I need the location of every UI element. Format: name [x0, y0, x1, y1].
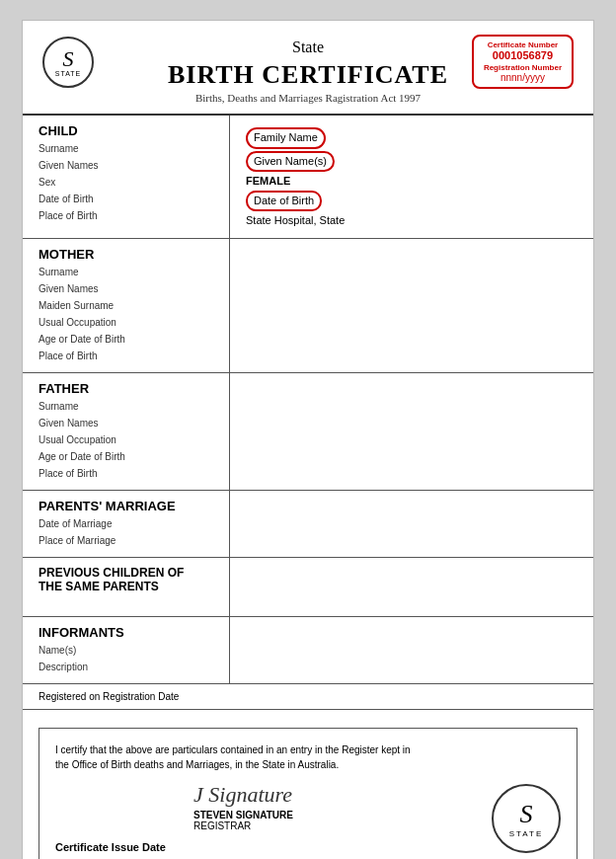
footer-certify-text: I certify that the above are particulars…: [55, 742, 411, 772]
previous-children-section: PREVIOUS CHILDREN OFTHE SAME PARENTS: [23, 558, 593, 617]
informants-left: INFORMANTS Name(s) Description: [23, 617, 230, 683]
father-occupation-label: Usual Occupation: [38, 431, 219, 448]
mother-age-dob-label: Age or Date of Birth: [38, 331, 219, 348]
father-pob-label: Place of Birth: [38, 465, 219, 482]
previous-children-title: PREVIOUS CHILDREN OFTHE SAME PARENTS: [38, 566, 219, 593]
header-subtitle: Births, Deaths and Marriages Ragistratio…: [42, 92, 574, 104]
child-pob-label: Place of Birth: [38, 207, 219, 224]
logo-state-text: STATE: [55, 70, 82, 77]
footer-certificate: I certify that the above are particulars…: [38, 728, 578, 859]
cert-number-label: Certificate Number: [484, 40, 562, 49]
father-section-right: [230, 373, 593, 490]
mother-title: MOTHER: [38, 247, 219, 262]
mother-occupation-label: Usual Occupation: [38, 314, 219, 331]
state-seal: S STATE: [492, 784, 561, 853]
mother-maiden-surname-label: Maiden Surname: [38, 297, 219, 314]
father-given-names-label: Given Names: [38, 415, 219, 431]
cert-number-value: 0001056879: [484, 49, 562, 61]
registered-row: Registered on Registration Date: [23, 684, 593, 710]
parents-marriage-date-label: Date of Marriage: [38, 515, 219, 532]
parents-marriage-right: [230, 491, 593, 557]
birth-certificate-page: S STATE Certificate Number 0001056879 Re…: [22, 20, 594, 859]
informants-right: [230, 617, 593, 683]
child-sex-label: Sex: [38, 174, 219, 191]
child-title: CHILD: [38, 123, 219, 138]
seal-s-letter: S: [520, 800, 533, 829]
reg-number-value: nnnn/yyyy: [484, 72, 562, 83]
father-surname-label: Surname: [38, 398, 219, 415]
child-section: CHILD Surname Given Names Sex Date of Bi…: [23, 116, 593, 239]
child-given-names-value: Given Name(s): [246, 151, 335, 173]
parents-marriage-section: PARENTS' MARRIAGE Date of Marriage Place…: [23, 491, 593, 558]
reg-number-label: Registration Number: [484, 63, 562, 72]
informants-title: INFORMANTS: [38, 625, 219, 640]
child-section-left: CHILD Surname Given Names Sex Date of Bi…: [23, 116, 230, 238]
previous-children-left: PREVIOUS CHILDREN OFTHE SAME PARENTS: [23, 558, 230, 616]
mother-section-left: MOTHER Surname Given Names Maiden Surnam…: [23, 239, 230, 372]
cert-issue-label: Certificate Issue Date: [55, 841, 561, 853]
child-surname-value: Family Name: [246, 127, 326, 149]
mother-given-names-label: Given Names: [38, 280, 219, 297]
child-dob-value: Date of Birth: [246, 191, 322, 212]
mother-section-right: [230, 239, 593, 372]
informants-names-label: Name(s): [38, 642, 219, 659]
informants-description-label: Description: [38, 659, 219, 675]
parents-marriage-place-label: Place of Marriage: [38, 532, 219, 549]
father-title: FATHER: [38, 381, 219, 396]
child-given-names-label: Given Names: [38, 157, 219, 174]
logo-s-letter: S: [63, 48, 74, 70]
father-section-left: FATHER Surname Given Names Usual Occupat…: [23, 373, 230, 490]
father-age-dob-label: Age or Date of Birth: [38, 448, 219, 465]
mother-pob-label: Place of Birth: [38, 348, 219, 364]
seal-state-text: STATE: [509, 829, 544, 838]
certificate-number-box: Certificate Number 0001056879 Registrati…: [472, 35, 574, 89]
header: S STATE Certificate Number 0001056879 Re…: [23, 21, 593, 116]
child-pob-value: State Hospital, State: [246, 211, 583, 230]
signature-block: J Signature STEVEN SIGNATURE REGISTRAR: [55, 782, 561, 831]
parents-marriage-left: PARENTS' MARRIAGE Date of Marriage Place…: [23, 491, 230, 557]
father-section: FATHER Surname Given Names Usual Occupat…: [23, 373, 593, 491]
child-section-right: Family Name Given Name(s) FEMALE Date of…: [230, 116, 593, 238]
parents-marriage-title: PARENTS' MARRIAGE: [38, 499, 219, 513]
mother-section: MOTHER Surname Given Names Maiden Surnam…: [23, 239, 593, 373]
header-logo: S STATE: [42, 37, 94, 88]
previous-children-right: [230, 558, 593, 616]
child-sex-value: FEMALE: [246, 172, 583, 191]
child-dob-label: Date of Birth: [38, 191, 219, 207]
informants-section: INFORMANTS Name(s) Description: [23, 617, 593, 684]
child-surname-label: Surname: [38, 140, 219, 157]
main-content: CHILD Surname Given Names Sex Date of Bi…: [23, 116, 593, 710]
mother-surname-label: Surname: [38, 264, 219, 280]
